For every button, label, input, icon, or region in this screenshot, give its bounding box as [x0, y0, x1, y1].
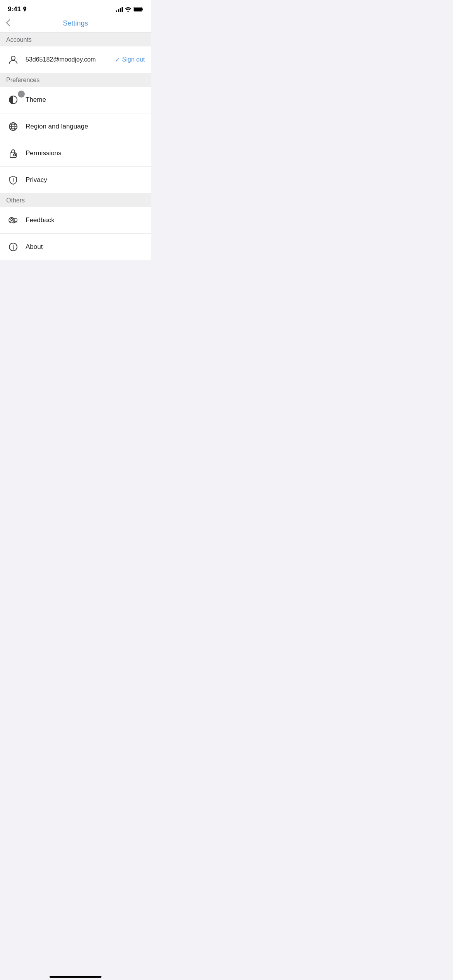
preferences-section: Theme Region and language [0, 87, 151, 193]
others-section: Feedback About [0, 207, 151, 260]
page-title: Settings [63, 19, 88, 27]
svg-point-3 [11, 56, 15, 60]
region-language-label: Region and language [26, 123, 145, 130]
feedback-item[interactable]: Feedback [0, 207, 151, 234]
privacy-label: Privacy [26, 176, 145, 184]
globe-icon [6, 120, 20, 134]
sign-out-label: Sign out [122, 56, 145, 63]
lock-icon: ! [6, 146, 20, 160]
svg-rect-1 [142, 9, 143, 10]
svg-point-13 [13, 182, 14, 182]
wifi-icon [125, 7, 131, 12]
svg-point-15 [11, 219, 13, 221]
status-icons [116, 7, 143, 12]
others-section-header: Others [0, 193, 151, 207]
privacy-item[interactable]: Privacy [0, 167, 151, 193]
nav-bar: Settings [0, 15, 151, 33]
status-time: 9:41 [8, 5, 27, 13]
about-item[interactable]: About [0, 234, 151, 260]
feedback-label: Feedback [26, 216, 145, 224]
status-bar: 9:41 [0, 0, 151, 15]
region-language-item[interactable]: Region and language [0, 113, 151, 140]
location-icon [22, 7, 27, 12]
checkmark-icon: ✓ [115, 56, 120, 63]
accounts-section: 53d65182@moodjoy.com ✓ Sign out [0, 46, 151, 73]
account-email: 53d65182@moodjoy.com [26, 56, 115, 63]
accounts-section-header: Accounts [0, 33, 151, 46]
shield-icon [6, 173, 20, 187]
signal-bars-icon [116, 7, 123, 12]
info-icon [6, 240, 20, 254]
svg-rect-2 [134, 8, 142, 11]
battery-icon [134, 7, 143, 12]
user-icon [6, 53, 20, 67]
svg-point-19 [13, 245, 14, 245]
feedback-icon [6, 213, 20, 227]
account-item[interactable]: 53d65182@moodjoy.com ✓ Sign out [0, 46, 151, 73]
theme-item[interactable]: Theme [0, 87, 151, 113]
theme-bubble-indicator [18, 91, 25, 98]
permissions-label: Permissions [26, 149, 145, 157]
svg-text:!: ! [14, 154, 15, 156]
theme-label: Theme [26, 96, 145, 104]
permissions-item[interactable]: ! Permissions [0, 140, 151, 167]
content-area: Accounts 53d65182@moodjoy.com ✓ Sign out… [0, 33, 151, 272]
about-label: About [26, 243, 145, 251]
sign-out-button[interactable]: ✓ Sign out [115, 56, 145, 63]
back-button[interactable] [6, 19, 10, 29]
preferences-section-header: Preferences [0, 73, 151, 87]
